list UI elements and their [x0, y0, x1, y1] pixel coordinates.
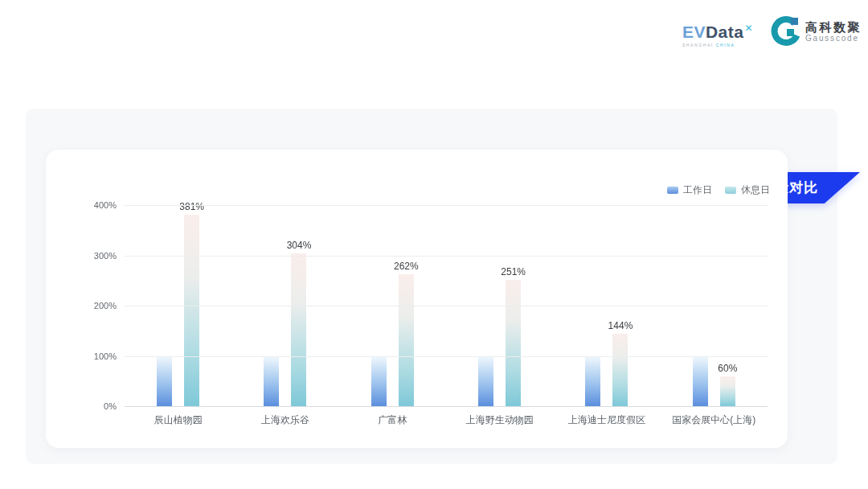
chart-card: 工作日休息日 381%辰山植物园304%上海欢乐谷262%广富林251%上海野生…: [46, 150, 788, 448]
legend-label: 休息日: [741, 183, 770, 197]
legend-label: 工作日: [683, 183, 712, 197]
bar-restday[interactable]: 251%: [506, 280, 521, 406]
category-label: 上海野生动物园: [466, 413, 534, 427]
evdata-wordmark: EVData✕: [682, 19, 753, 41]
bar-workday[interactable]: [585, 356, 600, 407]
legend: 工作日休息日: [667, 183, 770, 197]
value-label: 304%: [287, 240, 312, 251]
category-label: 广富林: [378, 413, 407, 427]
bar-workday[interactable]: [371, 356, 387, 407]
header-logos: EVData✕ SHANGHAI CHINA 高科数聚 Gausscode: [682, 16, 862, 47]
gridline: [125, 205, 768, 206]
value-label: 381%: [179, 201, 204, 212]
evdata-tagline-shanghai: SHANGHAI: [682, 43, 714, 47]
evdata-x-icon: ✕: [744, 23, 753, 34]
workday-legend-marker-icon: [667, 187, 678, 194]
restday-legend-marker-icon: [725, 187, 736, 194]
category-label: 国家会展中心(上海): [672, 413, 755, 427]
title-banner-wrap: 市内景点工作日和节假日到访车量对比: [265, 86, 595, 117]
bar-workday[interactable]: [478, 356, 493, 407]
value-label: 251%: [501, 266, 526, 277]
evdata-ev-text: EV: [682, 23, 706, 41]
plot-area: 381%辰山植物园304%上海欢乐谷262%广富林251%上海野生动物园144%…: [125, 205, 768, 406]
bar-restday[interactable]: 60%: [720, 376, 735, 407]
category-label: 辰山植物园: [154, 413, 203, 427]
gausscode-name-en: Gausscode: [805, 34, 862, 43]
evdata-logo: EVData✕ SHANGHAI CHINA: [682, 19, 753, 47]
bar-workday[interactable]: [264, 356, 279, 407]
gridline: [125, 256, 768, 257]
bar-workday[interactable]: [693, 356, 708, 407]
value-label: 144%: [608, 320, 633, 331]
gausscode-logo: 高科数聚 Gausscode: [771, 16, 862, 47]
bar-workday[interactable]: [157, 356, 172, 407]
y-tick-label: 200%: [94, 301, 117, 310]
legend-item-workday[interactable]: 工作日: [667, 183, 712, 197]
bar-restday[interactable]: 262%: [399, 274, 414, 406]
y-tick-label: 100%: [94, 351, 117, 361]
x-axis-line: [125, 406, 768, 407]
bar-restday[interactable]: 304%: [291, 253, 306, 406]
category-label: 上海欢乐谷: [261, 413, 309, 427]
y-tick-label: 0%: [104, 401, 117, 411]
category-label: 上海迪士尼度假区: [568, 413, 645, 427]
value-label: 60%: [718, 363, 737, 374]
value-label: 262%: [394, 261, 419, 272]
evdata-tagline: SHANGHAI CHINA: [682, 43, 753, 47]
gausscode-text: 高科数聚 Gausscode: [805, 20, 862, 43]
gausscode-g-icon: [771, 16, 800, 47]
gausscode-name-cn: 高科数聚: [805, 20, 862, 34]
y-tick-label: 300%: [94, 251, 117, 261]
legend-item-restday[interactable]: 休息日: [725, 183, 770, 197]
gridline: [125, 306, 768, 306]
bar-restday[interactable]: 144%: [612, 334, 628, 406]
gridline: [125, 356, 768, 357]
bar-restday[interactable]: 381%: [184, 215, 199, 406]
y-tick-label: 400%: [94, 200, 117, 210]
evdata-data-text: Data: [706, 23, 744, 41]
evdata-tagline-china: CHINA: [716, 43, 735, 47]
